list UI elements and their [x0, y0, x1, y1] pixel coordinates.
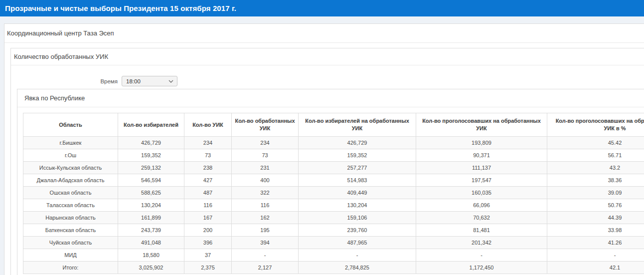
- table-cell: 73: [184, 149, 232, 162]
- table-cell: 44.39: [547, 212, 644, 224]
- table-cell: 588,625: [118, 187, 184, 199]
- table-row: Баткенская область243,739200195239,76081…: [23, 224, 644, 237]
- processed-uik-panel-heading: Количество обработанных УИК: [11, 48, 644, 65]
- table-row: Иссык-Кульская область259,132238231257,2…: [23, 162, 644, 174]
- table-cell: 130,204: [299, 199, 416, 212]
- table-cell: 239,760: [299, 224, 416, 237]
- table-cell: 159,352: [118, 149, 184, 162]
- table-cell: Итого:: [23, 262, 118, 274]
- table-cell: 234: [184, 137, 232, 149]
- table-cell: 234: [232, 137, 299, 149]
- table-cell: 243,739: [118, 224, 184, 237]
- app-titlebar: Прозрачные и чистые выборы Президента 15…: [0, 0, 644, 16]
- table-cell: Таласская область: [23, 199, 118, 212]
- table-cell: Иссык-Кульская область: [23, 162, 118, 174]
- table-cell: 197,547: [416, 174, 547, 187]
- table-cell: 426,729: [299, 137, 416, 149]
- table-cell: 45.42: [547, 137, 644, 149]
- table-cell: 160,035: [416, 187, 547, 199]
- coordination-panel-heading: Координационный центр Таза Эсеп: [4, 24, 644, 43]
- table-cell: 487,965: [299, 237, 416, 249]
- turnout-table-head-row: ОбластьКол-во избирателейКол-во УИККол-в…: [23, 113, 644, 137]
- table-cell: 159,106: [299, 212, 416, 224]
- table-cell: -: [232, 249, 299, 262]
- column-header: Кол-во УИК: [184, 113, 232, 137]
- table-cell: Баткенская область: [23, 224, 118, 237]
- time-filter-row: Время 18:00: [17, 76, 644, 86]
- table-cell: 487: [184, 187, 232, 199]
- table-cell: 238: [184, 162, 232, 174]
- time-select-value: 18:00: [126, 78, 141, 84]
- turnout-table: ОбластьКол-во избирателейКол-во УИККол-в…: [23, 113, 644, 274]
- table-cell: 116: [232, 199, 299, 212]
- column-header: Область: [23, 113, 118, 137]
- turnout-table-body: г.Бишкек426,729234234426,729193,80945.42…: [23, 137, 644, 274]
- table-row: МИД18,58037----: [23, 249, 644, 262]
- table-cell: 90,371: [416, 149, 547, 162]
- table-cell: -: [547, 249, 644, 262]
- table-cell: 111,137: [416, 162, 547, 174]
- table-cell: 195: [232, 224, 299, 237]
- table-cell: 200: [184, 224, 232, 237]
- table-cell: МИД: [23, 249, 118, 262]
- coordination-panel-body: Количество обработанных УИК Время 18:00: [4, 43, 644, 275]
- table-row: Чуйская область491,048396394487,965201,3…: [23, 237, 644, 249]
- table-cell: 162: [232, 212, 299, 224]
- table-cell: 130,204: [118, 199, 184, 212]
- table-cell: Джалал-Абадская область: [23, 174, 118, 187]
- table-cell: -: [299, 249, 416, 262]
- table-cell: 491,048: [118, 237, 184, 249]
- table-cell: 70,632: [416, 212, 547, 224]
- table-cell: 33.98: [547, 224, 644, 237]
- table-cell: 73: [232, 149, 299, 162]
- table-cell: Чуйская область: [23, 237, 118, 249]
- table-cell: 18,580: [118, 249, 184, 262]
- table-cell: 42.1: [547, 262, 644, 274]
- table-row: Джалал-Абадская область546,594427400514,…: [23, 174, 644, 187]
- table-row: Ошская область588,625487322409,449160,03…: [23, 187, 644, 199]
- turnout-panel: Явка по Республике ОбластьКол-во избират…: [17, 89, 644, 275]
- column-header: Кол-во избирателей: [118, 113, 184, 137]
- table-cell: 38.36: [547, 174, 644, 187]
- table-cell: -: [416, 249, 547, 262]
- time-select[interactable]: 18:00: [122, 76, 177, 86]
- table-cell: Ошская область: [23, 187, 118, 199]
- turnout-panel-heading: Явка по Республике: [17, 89, 644, 107]
- table-row: Итого:3,025,9022,3752,1272,784,8251,172,…: [23, 262, 644, 274]
- table-cell: г.Ош: [23, 149, 118, 162]
- table-row: Нарынская область161,899167162159,10670,…: [23, 212, 644, 224]
- table-cell: 167: [184, 212, 232, 224]
- table-cell: 2,784,825: [299, 262, 416, 274]
- table-cell: 193,809: [416, 137, 547, 149]
- table-cell: 159,352: [299, 149, 416, 162]
- table-cell: 116: [184, 199, 232, 212]
- table-cell: 81,481: [416, 224, 547, 237]
- turnout-panel-body: ОбластьКол-во избирателейКол-во УИККол-в…: [17, 107, 644, 275]
- table-cell: 50.76: [547, 199, 644, 212]
- column-header: Кол-во избирателей на обработанных УИК: [299, 113, 416, 137]
- table-cell: 3,025,902: [118, 262, 184, 274]
- table-cell: 56.71: [547, 149, 644, 162]
- table-cell: 400: [232, 174, 299, 187]
- processed-uik-panel-body: Время 18:00 Явка по Республике: [11, 65, 644, 275]
- table-cell: Нарынская область: [23, 212, 118, 224]
- table-cell: 161,899: [118, 212, 184, 224]
- table-cell: 37: [184, 249, 232, 262]
- column-header: Кол-во проголосовавших на обработанных У…: [416, 113, 547, 137]
- table-cell: 394: [232, 237, 299, 249]
- table-cell: 396: [184, 237, 232, 249]
- processed-uik-panel: Количество обработанных УИК Время 18:00: [10, 48, 644, 275]
- table-row: г.Ош159,3527373159,35290,37156.71: [23, 149, 644, 162]
- table-row: г.Бишкек426,729234234426,729193,80945.42: [23, 137, 644, 149]
- table-row: Таласская область130,204116116130,20466,…: [23, 199, 644, 212]
- table-cell: 41.26: [547, 237, 644, 249]
- page-title: Прозрачные и чистые выборы Президента 15…: [5, 4, 236, 12]
- column-header: Кол-во проголосовавших на обработанных У…: [547, 113, 644, 137]
- time-filter-label: Время: [17, 78, 118, 84]
- table-cell: 201,342: [416, 237, 547, 249]
- table-cell: 546,594: [118, 174, 184, 187]
- table-cell: 43.2: [547, 162, 644, 174]
- table-cell: 2,375: [184, 262, 232, 274]
- table-cell: г.Бишкек: [23, 137, 118, 149]
- table-cell: 39.09: [547, 187, 644, 199]
